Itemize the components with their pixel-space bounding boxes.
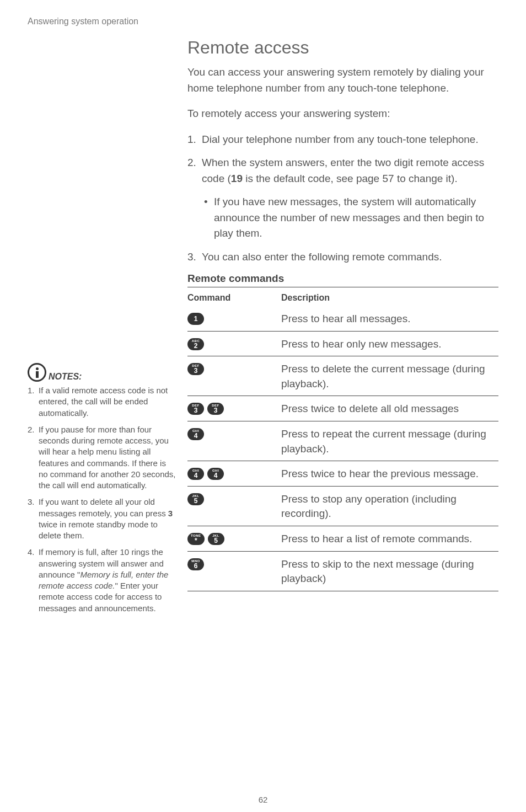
- description-cell: Press to skip to the next message (durin…: [281, 557, 498, 586]
- phone-key-icon: MNO6: [187, 558, 204, 570]
- table-row: ABC2Press to hear only new messages.: [187, 332, 498, 357]
- bullet-dot: •: [204, 194, 214, 242]
- phone-key-icon: JKL5: [208, 533, 224, 545]
- description-cell: Press twice to hear the previous message…: [281, 467, 498, 482]
- step-number: 3.: [187, 249, 202, 265]
- phone-key-icon: DEF3: [187, 363, 204, 375]
- table-row: GHI4GHI4Press twice to hear the previous…: [187, 461, 498, 487]
- command-cell: GHI4GHI4: [187, 467, 281, 480]
- command-cell: 1: [187, 312, 281, 325]
- table-row: GHI4Press to repeat the current message …: [187, 421, 498, 461]
- phone-key-icon: GHI4: [187, 428, 204, 440]
- step-item: 2. When the system answers, enter the tw…: [187, 155, 498, 186]
- note-text: If you pause for more than four seconds …: [39, 424, 176, 492]
- table-row: 1Press to hear all messages.: [187, 306, 498, 332]
- phone-key-icon: TONE*: [187, 533, 205, 545]
- note-item: 2. If you pause for more than four secon…: [28, 424, 176, 492]
- note-item: 1. If a valid remote access code is not …: [28, 385, 176, 419]
- table-row: DEF3DEF3Press twice to delete all old me…: [187, 396, 498, 421]
- description-cell: Press twice to delete all old messages: [281, 402, 498, 416]
- note-item: 3. If you want to delete all your old me…: [28, 496, 176, 541]
- notes-heading: NOTES:: [49, 372, 82, 382]
- step-text: When the system answers, enter the two d…: [202, 155, 498, 186]
- phone-key-icon: DEF3: [187, 403, 204, 415]
- sub-intro: To remotely access your answering system…: [187, 106, 498, 122]
- description-cell: Press to hear a list of remote commands.: [281, 532, 498, 547]
- step-item: 3. You can also enter the following remo…: [187, 249, 498, 265]
- phone-key-icon: GHI4: [207, 468, 224, 480]
- step-text: Dial your telephone number from any touc…: [202, 132, 498, 148]
- command-cell: MNO6: [187, 557, 281, 570]
- command-cell: TONE*JKL5: [187, 532, 281, 545]
- description-cell: Press to hear all messages.: [281, 312, 498, 327]
- table-row: TONE*JKL5Press to hear a list of remote …: [187, 526, 498, 552]
- table-row: MNO6Press to skip to the next message (d…: [187, 552, 498, 591]
- command-cell: DEF3: [187, 362, 281, 375]
- sub-bullet: • If you have new messages, the system w…: [204, 194, 498, 242]
- description-cell: Press to hear only new messages.: [281, 337, 498, 352]
- step-number: 2.: [187, 155, 202, 186]
- command-cell: DEF3DEF3: [187, 402, 281, 415]
- command-cell: GHI4: [187, 427, 281, 440]
- phone-key-icon: GHI4: [187, 468, 204, 480]
- page-title: Remote access: [187, 38, 498, 58]
- th-command: Command: [187, 293, 281, 303]
- description-cell: Press to repeat the current message (dur…: [281, 427, 498, 456]
- phone-key-icon: JKL5: [187, 493, 204, 505]
- step-item: 1. Dial your telephone number from any t…: [187, 132, 498, 148]
- phone-key-icon: 1: [187, 313, 204, 325]
- step-number: 1.: [187, 132, 202, 148]
- description-cell: Press to delete the current message (dur…: [281, 362, 498, 391]
- table-row: JKL5Press to stop any operation (includi…: [187, 487, 498, 526]
- remote-commands-heading: Remote commands: [187, 273, 498, 287]
- table-row: DEF3Press to delete the current message …: [187, 356, 498, 396]
- note-text: If memory is full, after 10 rings the an…: [39, 547, 176, 614]
- intro-paragraph: You can access your answering system rem…: [187, 65, 498, 96]
- steps-list: 1. Dial your telephone number from any t…: [187, 132, 498, 187]
- notes-sidebar: NOTES: 1. If a valid remote access code …: [28, 38, 187, 619]
- command-cell: JKL5: [187, 492, 281, 505]
- note-number: 3.: [28, 496, 39, 541]
- note-number: 4.: [28, 547, 39, 614]
- note-number: 2.: [28, 424, 39, 492]
- header-section-label: Answering system operation: [28, 17, 498, 26]
- phone-key-icon: DEF3: [207, 403, 224, 415]
- sub-bullet-text: If you have new messages, the system wil…: [214, 194, 498, 242]
- steps-list-continued: 3. You can also enter the following remo…: [187, 249, 498, 265]
- note-text: If a valid remote access code is not ent…: [39, 385, 176, 419]
- description-cell: Press to stop any operation (including r…: [281, 492, 498, 521]
- page-number: 62: [0, 795, 526, 804]
- command-cell: ABC2: [187, 337, 281, 350]
- table-header: Command Description: [187, 290, 498, 306]
- note-number: 1.: [28, 385, 39, 419]
- info-icon: [28, 363, 46, 382]
- note-text: If you want to delete all your old messa…: [39, 496, 176, 541]
- th-description: Description: [281, 293, 498, 303]
- note-item: 4. If memory is full, after 10 rings the…: [28, 547, 176, 614]
- phone-key-icon: ABC2: [187, 338, 204, 350]
- notes-list: 1. If a valid remote access code is not …: [28, 385, 176, 614]
- step-text: You can also enter the following remote …: [202, 249, 498, 265]
